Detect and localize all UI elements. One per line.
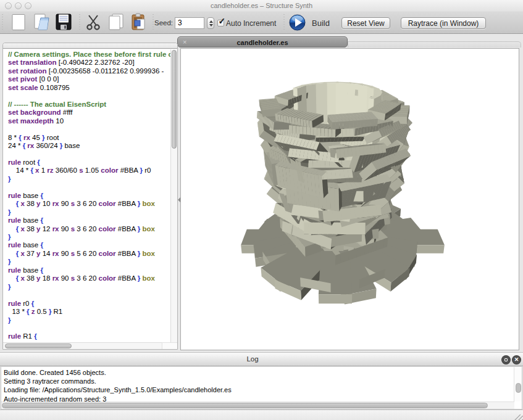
toolbar: Seed: 3 ✓ Auto Increment <box>0 11 523 33</box>
new-document-icon <box>10 14 27 31</box>
stepper-up-icon[interactable] <box>209 20 213 23</box>
cut-button[interactable] <box>84 14 103 34</box>
editor-header-strip <box>3 43 177 49</box>
log-dock-title: Log <box>0 355 505 363</box>
code-editor[interactable]: // Camera settings. Place these before f… <box>3 49 171 344</box>
float-icon <box>504 358 508 361</box>
toolbar-separator <box>283 14 285 31</box>
build-button[interactable] <box>289 14 306 33</box>
build-label: Build <box>312 19 330 28</box>
paste-clipboard-icon <box>129 13 148 31</box>
log-dock-header[interactable]: Log ✕ <box>0 352 523 366</box>
log-vertical-scrollbar[interactable] <box>514 367 522 401</box>
save-floppy-icon <box>54 13 73 31</box>
editor-scrollbar-corner <box>162 342 177 349</box>
auto-increment-label: Auto Increment <box>226 19 276 28</box>
log-lines: Build done. Created 1456 objects.Setting… <box>4 368 232 403</box>
toolbar-separator <box>79 14 80 31</box>
render-viewport[interactable] <box>180 48 519 350</box>
stepper-down-icon[interactable] <box>209 24 213 27</box>
copy-pages-icon <box>107 13 125 31</box>
tab-candleholder[interactable]: × candleholder.es <box>177 36 348 47</box>
checkmark-icon: ✓ <box>219 16 226 26</box>
reset-view-button[interactable]: Reset View <box>341 17 390 29</box>
seed-input[interactable]: 3 <box>175 17 204 29</box>
titlebar[interactable]: candleholder.es – Structure Synth <box>0 0 523 11</box>
build-play-icon <box>289 14 306 31</box>
log-horizontal-scrollbar[interactable] <box>1 401 514 409</box>
opengl-canvas[interactable] <box>181 49 519 350</box>
application-window: candleholder.es – Structure Synth <box>0 0 523 420</box>
save-file-button[interactable] <box>54 13 73 34</box>
dock-close-button[interactable]: ✕ <box>513 356 521 364</box>
script-editor-panel: // Camera settings. Place these before f… <box>2 43 178 350</box>
editor-vertical-scrollbar[interactable] <box>170 49 177 344</box>
tab-well <box>348 41 521 47</box>
dock-float-button[interactable] <box>502 356 510 364</box>
new-file-button[interactable] <box>10 14 27 34</box>
editor-horizontal-scrollbar[interactable] <box>3 342 163 349</box>
log-vscroll-thumb[interactable] <box>516 383 521 393</box>
editor-vscroll-thumb[interactable] <box>172 50 177 149</box>
tab-title: candleholder.es <box>178 39 347 46</box>
toolbar-separator <box>153 14 154 31</box>
status-bar <box>0 410 523 420</box>
seed-label: Seed: <box>154 19 173 27</box>
copy-button[interactable] <box>107 13 125 34</box>
log-hscroll-thumb[interactable] <box>2 403 488 408</box>
open-file-button[interactable] <box>32 13 51 34</box>
log-panel: Build done. Created 1456 objects.Setting… <box>1 367 522 410</box>
window-title: candleholder.es – Structure Synth <box>0 2 523 9</box>
open-document-icon <box>32 13 51 31</box>
auto-increment-checkbox[interactable]: ✓ <box>217 20 224 27</box>
editor-hscroll-thumb[interactable] <box>5 344 72 348</box>
seed-stepper[interactable] <box>207 17 214 29</box>
raytrace-button[interactable]: Raytrace (in Window) <box>401 17 486 29</box>
scissors-icon <box>84 14 103 31</box>
toolbar-handle <box>2 14 3 31</box>
window-chrome: candleholder.es – Structure Synth <box>0 0 523 34</box>
resize-grip[interactable] <box>514 411 522 419</box>
close-icon: ✕ <box>513 356 521 364</box>
paste-button[interactable] <box>129 13 148 34</box>
